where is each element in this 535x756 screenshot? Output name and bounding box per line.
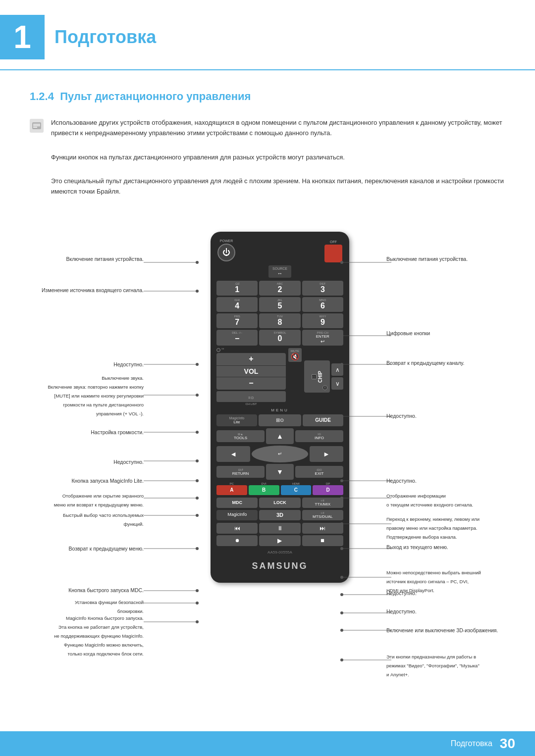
power-section: POWER ⏻ bbox=[217, 239, 235, 261]
ch-up-button[interactable]: ∧ bbox=[331, 363, 343, 376]
key-precht-icon: ↩ bbox=[303, 339, 342, 344]
off-button[interactable] bbox=[324, 245, 342, 262]
guide-label: GUIDE bbox=[315, 417, 331, 423]
play-button[interactable]: ▶ bbox=[259, 535, 300, 546]
chapter-title: Подготовка bbox=[54, 27, 156, 48]
key-1[interactable]: .QZ 1 bbox=[216, 281, 258, 296]
grid-icon-btn[interactable]: ⊞⊙ bbox=[259, 414, 301, 426]
stop-button[interactable]: ⏹ bbox=[302, 535, 343, 546]
remote-body: POWER ⏻ OFF SOURCE ↔ bbox=[211, 232, 349, 583]
color-btn-c[interactable]: C bbox=[281, 485, 312, 495]
label-tools: Быстрый выбор часто используемыхфункций. bbox=[10, 510, 144, 528]
color-btn-group-a: PC A bbox=[216, 482, 247, 495]
magic-info-button[interactable]: MagicInfo Lite bbox=[216, 414, 257, 426]
chip-text: CHIP bbox=[318, 371, 323, 383]
svg-point-53 bbox=[340, 629, 343, 632]
magic-info-main: Lite bbox=[217, 420, 256, 424]
power-button[interactable]: ⏻ bbox=[217, 244, 235, 261]
pause-button[interactable]: ⏸ bbox=[259, 523, 300, 534]
key-precht[interactable]: PRE-CH ENTER ↩ bbox=[302, 330, 343, 346]
svg-point-11 bbox=[196, 394, 199, 397]
key-4[interactable]: GHI 4 bbox=[216, 297, 258, 312]
info-button[interactable]: I⊙ INFO bbox=[295, 430, 343, 442]
return-exit-row: ⊟↺ RETURN ▼ -⊟⊙ EXIT bbox=[216, 464, 343, 480]
key-del[interactable]: DEL -/-- − bbox=[216, 330, 258, 346]
rew-button[interactable]: ⏮ bbox=[216, 523, 258, 534]
key-8-num: 8 bbox=[260, 318, 299, 327]
dpad-up-icon: ▲ bbox=[276, 432, 283, 440]
svg-point-23 bbox=[196, 547, 199, 550]
dpad-right-button[interactable]: ► bbox=[310, 446, 343, 462]
dpad-down-button[interactable]: ▼ bbox=[266, 464, 294, 480]
ff-button[interactable]: ⏭ bbox=[302, 523, 343, 534]
exit-sub: -⊟⊙ bbox=[296, 468, 342, 471]
key-7[interactable]: PRS 7 bbox=[216, 313, 258, 328]
vol-plus-icon: + bbox=[249, 354, 253, 363]
label-magic2: MagicInfo Кнопка быстрого запуска.Эта кн… bbox=[10, 613, 144, 657]
note-2: Функции кнопок на пультах дистанционного… bbox=[51, 152, 505, 163]
svg-point-25 bbox=[196, 589, 199, 592]
key-8[interactable]: TUV 8 bbox=[259, 313, 300, 328]
key-1-num: 1 bbox=[217, 285, 257, 294]
menu-label: MENU bbox=[216, 408, 343, 412]
ch-down-button[interactable]: ∨ bbox=[331, 377, 343, 390]
mts-button[interactable]: i-II MTS/DUAL bbox=[302, 510, 343, 520]
key-2[interactable]: ABC 2 bbox=[259, 281, 300, 296]
rec-button[interactable]: ⏺ bbox=[216, 535, 258, 546]
color-btn-b[interactable]: B bbox=[249, 485, 279, 495]
tools-button[interactable]: ⊞▲ TOOLS bbox=[216, 430, 265, 442]
key-6-num: 6 bbox=[303, 302, 342, 310]
color-btn-group-d: DP D bbox=[313, 482, 343, 495]
source-icon: ↔ bbox=[272, 270, 287, 276]
off-label: OFF bbox=[330, 240, 337, 244]
color-btn-d[interactable]: D bbox=[313, 485, 343, 495]
numpad-row3: PRS 7 TUV 8 WXY 9 bbox=[216, 313, 343, 328]
mdc-button[interactable]: MDC bbox=[216, 498, 258, 508]
content-area: Использование других устройств отображен… bbox=[0, 118, 535, 212]
vol-up-button[interactable]: + bbox=[216, 353, 286, 365]
chip-circle-inner: © bbox=[324, 386, 326, 389]
power-icon: ⏻ bbox=[222, 248, 230, 257]
samsung-logo: SAMSUNG bbox=[216, 557, 343, 575]
dpad-up-button[interactable]: ▲ bbox=[266, 428, 294, 444]
dpad-enter-icon: ↵ bbox=[278, 451, 282, 456]
magic-info2-button[interactable]: MagicInfo bbox=[216, 510, 258, 520]
label-vol: Настройка громкости. bbox=[10, 427, 144, 436]
source-label: SOURCE bbox=[272, 267, 287, 270]
key-9[interactable]: WXY 9 bbox=[302, 313, 343, 328]
key-3[interactable]: DEF 3 bbox=[302, 281, 343, 296]
label-precht: Возврат к предыдущему каналу. bbox=[386, 358, 525, 367]
ttx-button[interactable]: i-II TTX/MIX bbox=[302, 498, 343, 508]
svg-point-51 bbox=[340, 611, 343, 614]
key-0[interactable]: SYMBOL 0 bbox=[259, 330, 300, 346]
chip-button[interactable]: ▢ CHIP © bbox=[304, 360, 330, 393]
exit-button[interactable]: -⊟⊙ EXIT bbox=[295, 466, 343, 478]
dpad-enter-button[interactable]: ↵ bbox=[252, 446, 308, 462]
lock-button[interactable]: LOCK bbox=[259, 498, 300, 508]
remote-control: POWER ⏻ OFF SOURCE ↔ bbox=[211, 232, 324, 583]
label-magic-lite: Кнопка запуска MagicInfo Lite. bbox=[10, 476, 144, 485]
chip-small-icon: ▢ bbox=[312, 374, 317, 379]
dpad-left-button[interactable]: ◄ bbox=[216, 446, 250, 462]
section-title: 1.2.4 Пульт дистанционного управления bbox=[30, 90, 505, 103]
vol-down-button[interactable]: − bbox=[216, 377, 286, 390]
color-btn-d-label: D bbox=[326, 487, 330, 493]
magic3d-mts-row: MagicInfo 3D i-II MTS/DUAL bbox=[216, 510, 343, 520]
ch-list-label: CH LIST bbox=[245, 403, 257, 405]
vol-dot bbox=[216, 348, 220, 352]
vol-label-block: VOL bbox=[216, 365, 286, 377]
key-del-num: − bbox=[217, 334, 257, 343]
btn3d-button[interactable]: 3D bbox=[259, 510, 300, 520]
mute-button[interactable]: MUTE 🔇 bbox=[288, 348, 302, 362]
dpad-left-icon: ◄ bbox=[230, 450, 237, 458]
source-button[interactable]: SOURCE ↔ bbox=[268, 265, 291, 278]
guide-button[interactable]: GUIDE bbox=[303, 414, 343, 426]
key-6[interactable]: MNO 6 bbox=[302, 297, 343, 312]
color-btn-a[interactable]: A bbox=[216, 485, 247, 495]
media-row1: ⏮ ⏸ ⏭ bbox=[216, 523, 343, 534]
vol-column: °° + VOL − ≡⊙ CH LIST bbox=[216, 348, 286, 405]
return-button[interactable]: ⊟↺ RETURN bbox=[216, 466, 265, 478]
label-power-off: Выключение питания устройства. bbox=[386, 254, 525, 263]
footer-label: Подготовка bbox=[451, 739, 492, 748]
key-5[interactable]: JKL 5 bbox=[259, 297, 300, 312]
